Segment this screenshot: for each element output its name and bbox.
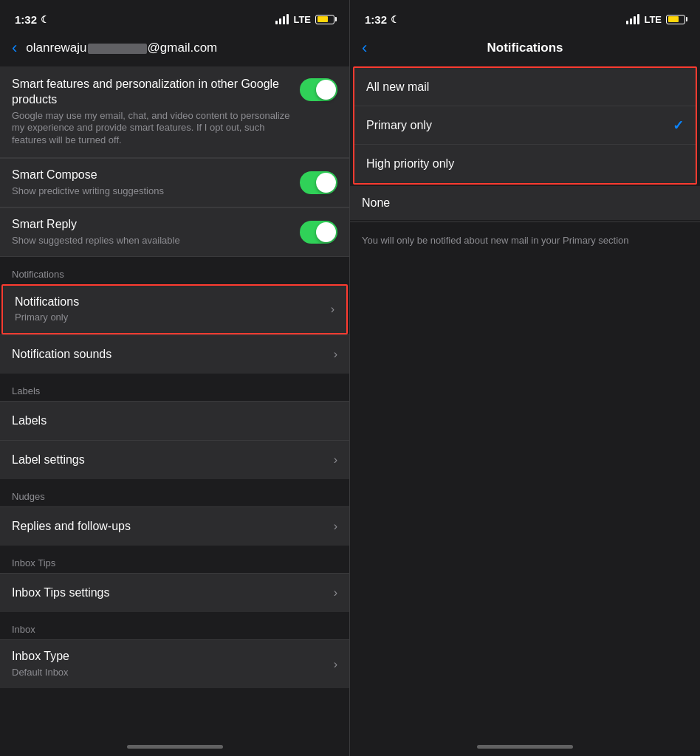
left-status-bar: 1:32 ☾ LTE	[0, 0, 349, 32]
right-panel: 1:32 ☾ LTE ‹ Notifications All new mail …	[350, 0, 700, 756]
notification-sounds-title: Notification sounds	[12, 347, 334, 362]
left-signal-icon	[275, 14, 289, 24]
replies-row[interactable]: Replies and follow-ups ›	[0, 507, 349, 546]
label-settings-row[interactable]: Label settings ›	[0, 441, 349, 479]
smart-compose-content: Smart Compose Show predictive writing su…	[12, 168, 291, 198]
section-inbox-tips-label: Inbox Tips	[0, 546, 349, 573]
notification-sounds-content: Notification sounds	[12, 347, 334, 362]
section-inbox-label: Inbox	[0, 612, 349, 639]
none-row[interactable]: None	[350, 186, 700, 220]
left-nav-header: ‹ olanrewaju@gmail.com	[0, 32, 349, 66]
replies-chevron-icon: ›	[334, 520, 337, 533]
right-back-button[interactable]: ‹	[362, 38, 367, 58]
primary-only-checkmark-icon: ✓	[673, 117, 684, 134]
high-priority-label: High priority only	[366, 157, 454, 171]
notifications-row[interactable]: Notifications Primary only ›	[3, 286, 346, 334]
inbox-tips-settings-content: Inbox Tips settings	[12, 585, 334, 601]
left-battery-icon	[315, 15, 334, 24]
notification-options-highlighted: All new mail Primary only ✓ High priorit…	[353, 66, 697, 185]
labels-row[interactable]: Labels	[0, 402, 349, 440]
right-page-title: Notifications	[487, 41, 563, 55]
none-label: None	[362, 196, 390, 209]
all-new-mail-label: All new mail	[366, 80, 429, 94]
high-priority-option[interactable]: High priority only	[354, 145, 696, 183]
left-status-right: LTE	[275, 14, 334, 25]
right-battery-icon	[666, 15, 685, 24]
inbox-tips-settings-chevron-icon: ›	[334, 586, 337, 599]
left-email-username: olanrewaju	[26, 41, 86, 55]
label-settings-content: Label settings	[12, 453, 334, 468]
smart-features-toggle[interactable]	[300, 78, 337, 101]
labels-title: Labels	[12, 413, 337, 429]
left-email-domain: @gmail.com	[148, 41, 218, 55]
left-back-button[interactable]: ‹	[12, 38, 17, 58]
left-time-text: 1:32	[15, 13, 37, 26]
inbox-tips-settings-title: Inbox Tips settings	[12, 585, 334, 601]
left-time: 1:32 ☾	[15, 13, 49, 26]
right-lte-text: LTE	[644, 14, 662, 25]
smart-features-subtitle: Google may use my email, chat, and video…	[12, 110, 291, 148]
smart-reply-row[interactable]: Smart Reply Show suggested replies when …	[0, 208, 349, 257]
replies-title: Replies and follow-ups	[12, 519, 334, 535]
smart-compose-row[interactable]: Smart Compose Show predictive writing su…	[0, 159, 349, 207]
smart-features-title: Smart features and personalization in ot…	[12, 77, 291, 108]
inbox-tips-settings-row[interactable]: Inbox Tips settings ›	[0, 574, 349, 612]
right-time: 1:32 ☾	[365, 13, 399, 26]
smart-features-content: Smart features and personalization in ot…	[12, 77, 291, 147]
section-nudges-label: Nudges	[0, 479, 349, 506]
notification-sounds-row[interactable]: Notification sounds ›	[0, 335, 349, 374]
right-time-text: 1:32	[365, 13, 387, 26]
left-content: Smart features and personalization in ot…	[0, 66, 349, 739]
smart-reply-subtitle: Show suggested replies when available	[12, 235, 291, 247]
smart-reply-content: Smart Reply Show suggested replies when …	[12, 217, 291, 247]
right-home-indicator	[477, 745, 573, 749]
right-status-right: LTE	[626, 14, 685, 25]
smart-features-row[interactable]: Smart features and personalization in ot…	[0, 66, 349, 158]
label-settings-chevron-icon: ›	[334, 453, 337, 467]
inbox-type-title: Inbox Type	[12, 649, 334, 664]
notifications-row-content: Notifications Primary only	[15, 295, 331, 325]
notifications-highlighted-section: Notifications Primary only ›	[1, 284, 348, 335]
right-info-text: You will only be notified about new mail…	[350, 222, 700, 259]
smart-compose-title: Smart Compose	[12, 168, 291, 183]
right-nav-header: ‹ Notifications	[350, 32, 700, 66]
left-bottom-bar	[0, 739, 349, 756]
inbox-type-content: Inbox Type Default Inbox	[12, 649, 334, 679]
replies-content: Replies and follow-ups	[12, 519, 334, 535]
section-notifications-label: Notifications	[0, 257, 349, 284]
left-email-header: olanrewaju@gmail.com	[26, 41, 217, 55]
primary-only-label: Primary only	[366, 119, 432, 132]
right-moon-icon: ☾	[391, 14, 399, 25]
right-bottom-bar	[350, 739, 700, 756]
left-email-blur	[88, 44, 147, 54]
notification-sounds-chevron-icon: ›	[334, 348, 337, 361]
notifications-row-title: Notifications	[15, 295, 331, 310]
labels-content: Labels	[12, 413, 337, 429]
right-status-bar: 1:32 ☾ LTE	[350, 0, 700, 32]
smart-reply-title: Smart Reply	[12, 217, 291, 233]
left-moon-icon: ☾	[41, 14, 49, 25]
smart-reply-toggle[interactable]	[300, 221, 337, 244]
label-settings-title: Label settings	[12, 453, 334, 468]
right-signal-icon	[626, 14, 639, 24]
left-home-indicator	[127, 745, 223, 749]
inbox-type-subtitle: Default Inbox	[12, 667, 334, 679]
smart-compose-toggle[interactable]	[300, 171, 337, 194]
left-lte-text: LTE	[293, 14, 311, 25]
left-panel: 1:32 ☾ LTE ‹ olanrewaju@gmail.com Sma	[0, 0, 350, 756]
all-new-mail-option[interactable]: All new mail	[354, 68, 696, 106]
inbox-type-row[interactable]: Inbox Type Default Inbox ›	[0, 640, 349, 688]
notifications-chevron-icon: ›	[331, 303, 334, 316]
inbox-type-chevron-icon: ›	[334, 658, 337, 671]
section-labels-label: Labels	[0, 374, 349, 401]
primary-only-option[interactable]: Primary only ✓	[354, 106, 696, 145]
notifications-row-subtitle: Primary only	[15, 312, 331, 324]
smart-compose-subtitle: Show predictive writing suggestions	[12, 185, 291, 198]
